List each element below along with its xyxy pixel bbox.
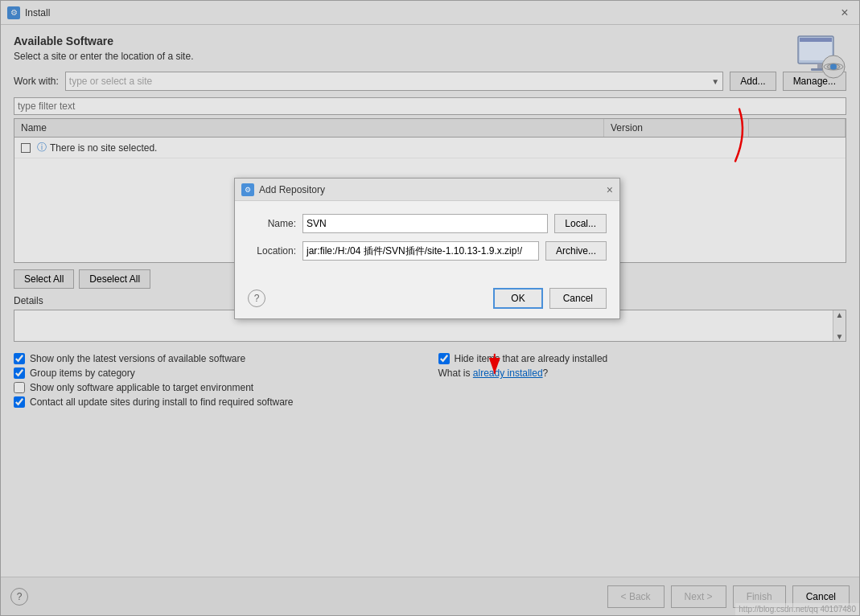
name-input[interactable]	[302, 214, 548, 233]
dialog-name-row: Name: Local...	[248, 214, 607, 233]
dialog-icon: ⚙	[241, 183, 254, 196]
location-label: Location:	[248, 245, 296, 257]
add-repository-dialog: ⚙ Add Repository × Name: Local... Locati…	[234, 178, 620, 319]
dialog-location-row: Location: Archive...	[248, 241, 607, 261]
dialog-cancel-button[interactable]: Cancel	[549, 288, 607, 309]
dialog-footer: ? OK Cancel	[235, 281, 619, 318]
dialog-body: Name: Local... Location: Archive...	[235, 201, 619, 281]
dialog-footer-buttons: OK Cancel	[493, 288, 607, 309]
dialog-title-bar: ⚙ Add Repository ×	[235, 179, 619, 201]
archive-button[interactable]: Archive...	[545, 241, 607, 261]
dialog-help-button[interactable]: ?	[248, 290, 265, 307]
local-button[interactable]: Local...	[554, 214, 607, 233]
main-window: ⚙ Install × Available Software Select a …	[0, 0, 860, 616]
dialog-title-left: ⚙ Add Repository	[241, 183, 325, 196]
modal-overlay: ⚙ Add Repository × Name: Local... Locati…	[1, 1, 859, 615]
dialog-close-button[interactable]: ×	[607, 183, 613, 196]
dialog-title-text: Add Repository	[259, 184, 325, 195]
name-label: Name:	[248, 218, 296, 229]
location-input[interactable]	[302, 241, 539, 261]
ok-button[interactable]: OK	[493, 288, 542, 309]
